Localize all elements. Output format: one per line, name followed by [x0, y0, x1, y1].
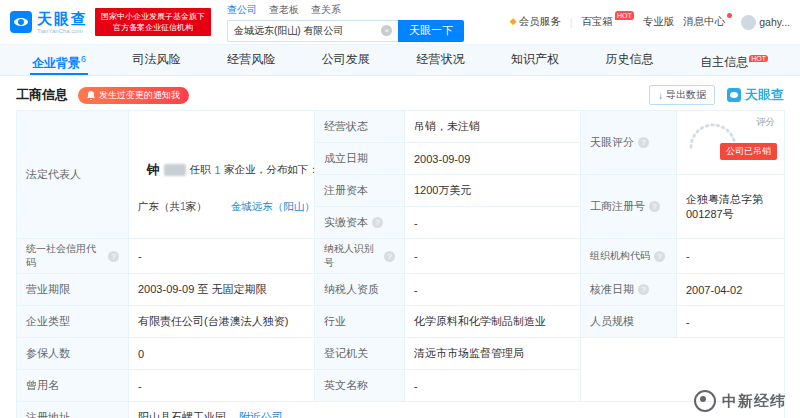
field-label-status: 经营状态	[315, 111, 405, 143]
field-label-reg-capital: 注册资本	[315, 175, 405, 207]
field-label-authority: 登记机关	[315, 338, 405, 370]
help-icon[interactable]: ?	[384, 251, 395, 262]
tab-judicial-risk[interactable]: 司法风险	[131, 45, 183, 75]
help-icon[interactable]: ?	[638, 137, 649, 148]
field-label-taxpayer-quality: 纳税人资质	[315, 274, 405, 306]
logo-domain: TianYanCha.com	[37, 28, 88, 34]
field-label-reg-no: 工商注册号?	[581, 175, 677, 239]
search-area: 查公司 查老板 查关系 金城远东(阳山) 有限公司 × 天眼一下	[227, 3, 464, 42]
business-info-table: 法定代表人 钟 钟 任职1家企业，分布如下： 广东（共1家） 金城远东（阳山）有…	[16, 110, 785, 418]
zhongxin-jingwei-logo-icon	[694, 390, 716, 412]
gov-certification-badge: 国家中小企业发展子基金旗下 官方备案企业征信机构	[95, 8, 211, 36]
tab-operating-status[interactable]: 经营状况	[414, 45, 466, 75]
field-label-org-code: 组织机构代码?	[581, 239, 677, 274]
tab-history-info[interactable]: 历史信息	[604, 45, 656, 75]
field-value-reg-capital: 1200万美元	[405, 175, 581, 207]
menu-item-messages[interactable]: 消息中心	[683, 15, 732, 29]
region-filter[interactable]: 广东（共1家）	[138, 200, 207, 214]
label-text: 核准日期	[590, 282, 634, 297]
search-tab-company[interactable]: 查公司	[227, 3, 257, 17]
field-value-taxpayer-no: -	[405, 239, 581, 274]
label-text: 参保人数	[26, 346, 70, 361]
tab-company-background[interactable]: 企业背景6	[30, 45, 88, 75]
tianyancha-eye-icon	[10, 11, 32, 33]
field-label-legal-rep: 法定代表人	[17, 111, 129, 239]
field-label-industry: 行业	[315, 306, 405, 338]
search-tab-relation[interactable]: 查关系	[311, 3, 341, 17]
label-text: 营业期限	[26, 282, 70, 297]
field-label-established: 成立日期	[315, 143, 405, 175]
tianyancha-watermark-icon	[727, 88, 741, 102]
tab-company-development[interactable]: 公司发展	[320, 45, 372, 75]
business-info-header: 工商信息 发生过变更的通知我 ↓ 导出数据 天眼查	[0, 85, 800, 105]
menu-item-toolbox[interactable]: 百宝箱 HOT	[581, 15, 633, 29]
tab-operating-risk[interactable]: 经营风险	[225, 45, 277, 75]
help-icon[interactable]: ?	[649, 201, 660, 212]
vip-diamond-icon: ◆	[510, 15, 517, 28]
tab-label: 自主信息	[700, 55, 748, 69]
label-text: 成立日期	[324, 151, 368, 166]
legal-rep-bottom: 广东（共1家） 金城远东（阳山）有...	[138, 200, 305, 214]
bell-icon	[87, 91, 95, 100]
search-input[interactable]: 金城远东(阳山) 有限公司 ×	[227, 20, 398, 42]
field-label-company-type: 企业类型	[17, 306, 129, 338]
logo-name: 天眼查	[37, 11, 88, 26]
tab-label: 历史信息	[606, 52, 654, 66]
top-bar: 天眼查 TianYanCha.com 国家中小企业发展子基金旗下 官方备案企业征…	[0, 0, 800, 44]
field-value-paid-capital: -	[405, 207, 581, 239]
tab-label: 经营状况	[416, 52, 464, 66]
field-value-approved: 2007-04-02	[677, 274, 785, 306]
tab-count: 6	[81, 54, 86, 64]
field-value-former-name: -	[129, 370, 315, 402]
field-label-term: 营业期限	[17, 274, 129, 306]
related-company-link[interactable]: 金城远东（阳山）有...	[231, 200, 315, 214]
label-text: 登记机关	[324, 346, 368, 361]
role-text-post: 家企业，分布如下：	[224, 163, 314, 177]
field-value-address: 阳山县石螺工业园 附近公司	[129, 402, 785, 418]
gov-badge-line1: 国家中小企业发展子基金旗下	[101, 11, 205, 22]
menu-separator: |	[570, 16, 573, 28]
role-company-count: 1	[215, 164, 221, 176]
tab-label: 经营风险	[227, 52, 275, 66]
tab-label: 公司发展	[322, 52, 370, 66]
label-text: 曾用名	[26, 378, 59, 393]
menu-item-pro[interactable]: 专业版	[643, 15, 675, 29]
change-notice-label: 发生过变更的通知我	[99, 89, 180, 102]
export-label: 导出数据	[666, 88, 706, 102]
help-icon[interactable]: ?	[108, 251, 119, 262]
clear-search-icon[interactable]: ×	[381, 25, 392, 36]
tianyancha-watermark: 天眼查	[727, 86, 784, 104]
tab-self-info[interactable]: 自主信息HOT	[698, 45, 770, 75]
field-label-paid-capital: 实缴资本?	[315, 207, 405, 239]
logo-text: 天眼查 TianYanCha.com	[37, 11, 88, 34]
field-value-status: 吊销，未注销	[405, 111, 581, 143]
change-notice-badge[interactable]: 发生过变更的通知我	[78, 87, 189, 104]
help-icon[interactable]: ?	[638, 284, 649, 295]
help-icon[interactable]: ?	[654, 251, 665, 262]
menu-item-vip[interactable]: ◆ 会员服务	[510, 15, 561, 29]
field-value-english-name: -	[405, 370, 581, 402]
message-notification-dot	[727, 13, 732, 18]
user-account[interactable]: gahy...	[741, 15, 790, 30]
section-title: 工商信息	[16, 86, 68, 104]
tab-intellectual-property[interactable]: 知识产权	[509, 45, 561, 75]
label-text: 天眼评分	[590, 135, 634, 150]
field-value-industry: 化学原料和化学制品制造业	[405, 306, 581, 338]
field-label-taxpayer-no: 纳税人识别号?	[315, 239, 405, 274]
field-value-reg-no: 企独粤清总字第001287号	[677, 175, 785, 239]
company-revoked-badge: 公司已吊销	[720, 143, 777, 160]
help-icon[interactable]: ?	[372, 217, 383, 228]
tianyan-score-panel[interactable]: 评分 公司已吊销	[677, 111, 785, 175]
region-text-pre: 广东（共	[138, 200, 180, 212]
tianyancha-logo[interactable]: 天眼查 TianYanCha.com	[10, 11, 88, 34]
export-data-button[interactable]: ↓ 导出数据	[649, 85, 715, 105]
search-button[interactable]: 天眼一下	[398, 20, 464, 42]
tab-hot-badge: HOT	[749, 55, 768, 62]
role-text-pre: 任职	[190, 163, 211, 177]
legal-rep-name[interactable]: 钟	[147, 162, 160, 179]
messages-label: 消息中心	[683, 15, 725, 29]
search-tab-boss[interactable]: 查老板	[269, 3, 299, 17]
label-text: 纳税人识别号	[324, 242, 380, 270]
nearby-companies-link[interactable]: 附近公司	[239, 411, 283, 418]
label-text: 组织机构代码	[590, 249, 650, 263]
